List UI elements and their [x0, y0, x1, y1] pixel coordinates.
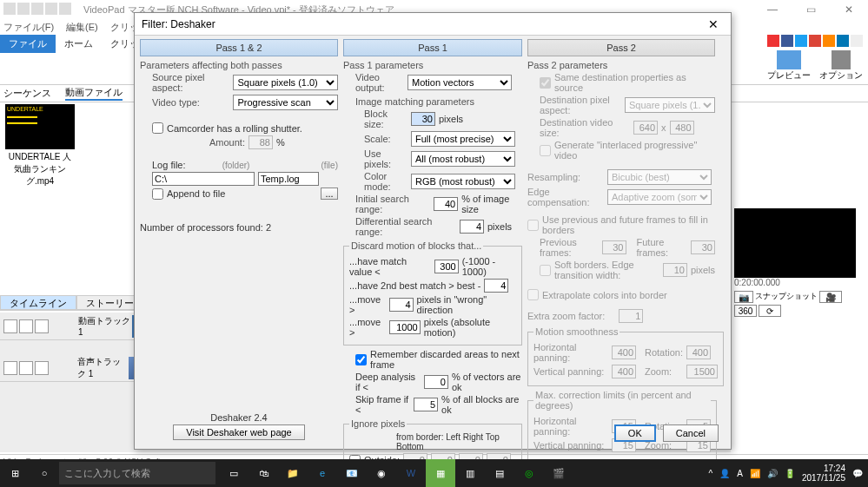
- gen-interlaced-checkbox: [540, 145, 551, 156]
- skip-input[interactable]: [414, 398, 438, 411]
- linkedin-icon[interactable]: [837, 35, 849, 47]
- source-aspect-select[interactable]: Square pixels (1.0): [233, 75, 338, 90]
- system-tray: ^ 👤 A 📶 🔊 🔋 17:24 2017/11/25 💬: [709, 464, 868, 483]
- facebook-icon[interactable]: [781, 35, 793, 47]
- use-pixels-select[interactable]: All (most robust): [411, 151, 515, 167]
- init-range-input[interactable]: [434, 197, 458, 211]
- refresh-icon[interactable]: ⟳: [759, 305, 781, 317]
- app-icon-1[interactable]: ▥: [455, 459, 485, 487]
- preview-icon[interactable]: [777, 50, 801, 69]
- append-checkbox[interactable]: [152, 188, 163, 200]
- google-icon[interactable]: [809, 35, 821, 47]
- edge-icon[interactable]: e: [308, 459, 337, 487]
- minecraft-icon[interactable]: ▦: [426, 459, 455, 487]
- deep-input[interactable]: [424, 375, 448, 389]
- scale-select[interactable]: Full (most precise): [411, 131, 515, 147]
- tray-up-icon[interactable]: ^: [709, 469, 713, 478]
- options-icon[interactable]: [832, 50, 851, 69]
- tray-clock[interactable]: 17:24 2017/11/25: [802, 464, 845, 483]
- dialog-close-button[interactable]: ✕: [696, 17, 731, 31]
- explorer-icon[interactable]: 📁: [278, 459, 308, 487]
- store-icon[interactable]: 🛍: [248, 459, 278, 487]
- abs-move-input[interactable]: [389, 320, 421, 334]
- clip-thumbnail[interactable]: UNDERTALE▬▬▬▬▬▬▬▬▬▬ UNDERTALE 人気曲ランキング.m…: [5, 104, 75, 188]
- processors-label: Number of processors found: 2: [140, 222, 338, 233]
- dest-aspect-select: Square pixels (1.0): [625, 97, 715, 113]
- resampling-select: Bicubic (best): [607, 169, 712, 185]
- log-folder-input[interactable]: [152, 172, 255, 186]
- tray-people-icon[interactable]: 👤: [719, 469, 730, 478]
- more-icon[interactable]: [851, 35, 863, 47]
- twitter-icon[interactable]: [795, 35, 807, 47]
- pass12-column: Pass 1 & 2 Parameters affecting both pas…: [140, 39, 338, 442]
- chrome-icon[interactable]: ◉: [367, 459, 396, 487]
- wrong-move-input[interactable]: [389, 298, 414, 312]
- pass2-column: Pass 2 Pass 2 parameters Same destinatio…: [527, 39, 715, 442]
- line-icon[interactable]: ◎: [514, 459, 544, 487]
- cancel-button[interactable]: Cancel: [663, 424, 719, 442]
- pass1-column: Pass 1 Pass 1 parameters Video output: M…: [343, 39, 522, 442]
- tray-notifications-icon[interactable]: 💬: [852, 469, 863, 478]
- preview-thumbnail: [734, 208, 856, 278]
- diff-range-input[interactable]: [460, 220, 484, 234]
- visit-webpage-button[interactable]: Visit Deshaker web page: [173, 424, 304, 440]
- color-mode-select[interactable]: RGB (most robust): [411, 174, 515, 189]
- tray-battery-icon[interactable]: 🔋: [785, 469, 795, 478]
- match-value-input[interactable]: [434, 260, 459, 273]
- bg-minimize-button[interactable]: —: [753, 0, 792, 19]
- rolling-shutter-checkbox[interactable]: [152, 122, 163, 134]
- rss-icon[interactable]: [823, 35, 835, 47]
- motion-smoothness-fieldset: Motion smoothness Horizontal panning: Ro…: [527, 326, 724, 386]
- snapshot-button[interactable]: 📷: [734, 291, 753, 303]
- edge-comp-select: Adaptive zoom (some borders): [607, 189, 712, 205]
- pass12-header: Pass 1 & 2: [140, 39, 338, 56]
- ok-button[interactable]: OK: [614, 424, 656, 442]
- video-type-select[interactable]: Progressive scan: [233, 95, 338, 110]
- start-button[interactable]: ⊞: [0, 459, 30, 487]
- tab-home[interactable]: ホーム: [56, 35, 102, 53]
- pass2-header: Pass 2: [527, 39, 715, 56]
- soft-borders-checkbox: [540, 265, 551, 276]
- 360-icon[interactable]: 360: [734, 305, 757, 317]
- heart-icon[interactable]: [767, 35, 779, 47]
- bg-close-button[interactable]: ✕: [830, 0, 868, 19]
- tray-volume-icon[interactable]: 🔊: [767, 469, 778, 478]
- app-icon-2[interactable]: ▤: [485, 459, 514, 487]
- amount-input: [248, 135, 273, 149]
- video-output-select[interactable]: Motion vectors: [407, 75, 512, 90]
- videopad-icon[interactable]: 🎬: [544, 459, 573, 487]
- block-size-input[interactable]: [411, 112, 435, 126]
- use-prev-checkbox: [527, 220, 539, 231]
- word-icon[interactable]: W: [396, 459, 426, 487]
- tray-wifi-icon[interactable]: 📶: [750, 469, 760, 478]
- browse-button[interactable]: ...: [321, 188, 338, 200]
- log-file-input[interactable]: [258, 172, 319, 186]
- dialog-titlebar: Filter: Deshaker ✕: [135, 13, 731, 36]
- taskview-icon[interactable]: ▭: [219, 459, 248, 487]
- bg-maximize-button[interactable]: ▭: [792, 0, 830, 19]
- cortana-icon[interactable]: ○: [30, 459, 59, 487]
- best2-input[interactable]: [484, 279, 508, 293]
- extrapolate-checkbox: [527, 289, 539, 300]
- remember-checkbox[interactable]: [355, 354, 367, 365]
- pass1-header: Pass 1: [343, 39, 522, 56]
- tray-ime-icon[interactable]: A: [737, 469, 743, 478]
- discard-fieldset: Discard motion of blocks that... ...have…: [343, 240, 522, 346]
- dialog-title: Filter: Deshaker: [142, 18, 215, 30]
- taskbar-search[interactable]: ここに入力して検索: [59, 462, 215, 484]
- mail-icon[interactable]: 📧: [337, 459, 367, 487]
- social-icons: [767, 35, 863, 47]
- same-dest-checkbox: [540, 77, 551, 89]
- taskbar: ⊞ ○ ここに入力して検索 ▭ 🛍 📁 e 📧 ◉ W ▦ ▥ ▤ ◎ 🎬 ^ …: [0, 459, 868, 487]
- rec-icon[interactable]: 🎥: [819, 291, 842, 303]
- deshaker-dialog: Filter: Deshaker ✕ Pass 1 & 2 Parameters…: [134, 12, 732, 450]
- tab-file[interactable]: ファイル: [0, 35, 56, 53]
